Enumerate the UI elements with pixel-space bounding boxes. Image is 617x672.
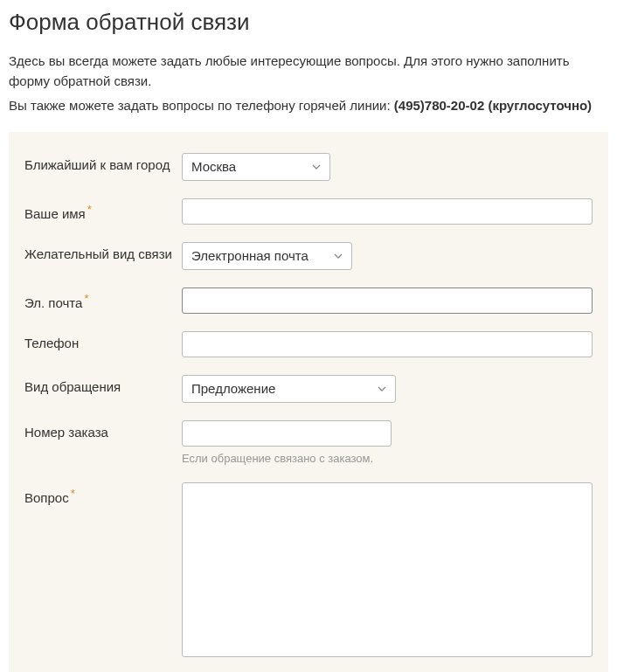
request-type-select[interactable]: Предложение — [182, 375, 396, 403]
order-input[interactable] — [182, 420, 392, 447]
field-request-type: Предложение — [182, 375, 593, 403]
label-contact-method: Желательный вид связи — [24, 242, 182, 263]
field-city: Москва — [182, 153, 593, 181]
contact-method-value: Электронная почта — [191, 248, 308, 263]
row-request-type: Вид обращения Предложение — [24, 375, 593, 403]
page-title: Форма обратной связи — [9, 9, 608, 36]
label-phone: Телефон — [24, 331, 182, 352]
label-name: Ваше имя* — [24, 198, 182, 223]
city-select[interactable]: Москва — [182, 153, 330, 181]
phone-input[interactable] — [182, 331, 593, 357]
feedback-form: Ближайший к вам город Москва Ваше имя* Ж… — [9, 132, 608, 673]
order-hint: Если обращение связано с заказом. — [182, 452, 593, 465]
name-input[interactable] — [182, 198, 593, 225]
intro-text-1: Здесь вы всегда можете задать любые инте… — [9, 52, 608, 91]
row-email: Эл. почта* — [24, 288, 593, 314]
feedback-page: Форма обратной связи Здесь вы всегда мож… — [0, 0, 617, 672]
field-contact-method: Электронная почта — [182, 242, 593, 270]
hotline-phone: (495)780-20-02 (круглосуточно) — [394, 98, 592, 113]
field-order: Если обращение связано с заказом. — [182, 420, 593, 465]
label-question: Вопрос* — [24, 482, 182, 507]
email-input[interactable] — [182, 288, 593, 314]
label-request-type: Вид обращения — [24, 375, 182, 396]
required-mark: * — [71, 487, 75, 500]
chevron-down-icon — [312, 163, 321, 171]
field-question — [182, 482, 593, 660]
intro-text-2-prefix: Вы также можете задать вопросы по телефо… — [9, 98, 394, 113]
required-mark: * — [87, 203, 92, 216]
field-phone — [182, 331, 593, 357]
intro-text-2: Вы также можете задать вопросы по телефо… — [9, 96, 608, 116]
chevron-down-icon — [334, 252, 343, 260]
required-mark: * — [84, 292, 88, 305]
chevron-down-icon — [378, 384, 386, 393]
label-city: Ближайший к вам город — [24, 153, 182, 174]
row-phone: Телефон — [24, 331, 593, 357]
row-order: Номер заказа Если обращение связано с за… — [24, 420, 593, 465]
row-question: Вопрос* — [24, 482, 593, 660]
contact-method-select[interactable]: Электронная почта — [182, 242, 352, 270]
label-order: Номер заказа — [24, 420, 182, 441]
row-contact-method: Желательный вид связи Электронная почта — [24, 242, 593, 270]
field-email — [182, 288, 593, 314]
field-name — [182, 198, 593, 225]
question-textarea[interactable] — [182, 482, 593, 657]
row-name: Ваше имя* — [24, 198, 593, 225]
city-select-value: Москва — [191, 159, 236, 174]
label-email: Эл. почта* — [24, 288, 182, 312]
row-city: Ближайший к вам город Москва — [24, 153, 593, 181]
request-type-value: Предложение — [191, 381, 275, 396]
